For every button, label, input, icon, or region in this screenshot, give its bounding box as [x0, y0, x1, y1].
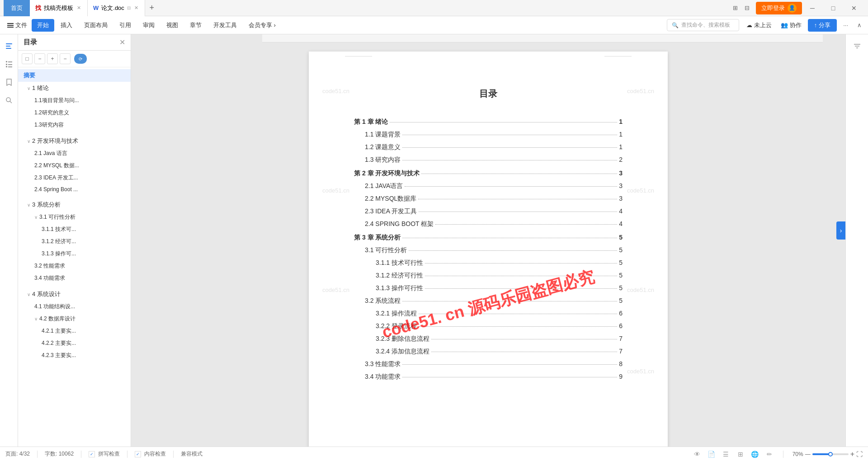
watermark-5: code51.cn [322, 287, 349, 293]
toc-item-1-2[interactable]: 1.2研究的意义 [18, 107, 131, 119]
outline-icon-btn[interactable] [1, 56, 17, 72]
toc-item-3-1-3[interactable]: 3.1.3 操作可... [18, 248, 131, 260]
view-web-btn[interactable]: 🌐 [749, 448, 761, 461]
menu-page-layout[interactable]: 页面布局 [79, 19, 113, 32]
right-filter-btn[interactable] [849, 38, 865, 54]
toc-item-3-1-1[interactable]: 3.1.1 技术可... [18, 223, 131, 235]
toc-item-ch3[interactable]: ∨ 3 系统分析 [18, 198, 131, 211]
toc-item-4-2-1[interactable]: 4.2.1 主要实... [18, 325, 131, 337]
coop-button[interactable]: 👥 协作 [778, 19, 804, 31]
toc-item-2-4[interactable]: 2.4 Spring Boot ... [18, 184, 131, 195]
menu-devtools[interactable]: 开发工具 [208, 19, 242, 32]
zoom-slider[interactable] [812, 453, 849, 455]
toc-entry-3-2: 3.2 系统流程 5 [354, 297, 623, 305]
doc-tab-restore[interactable]: ⊟ [127, 5, 131, 10]
compat-label: 兼容模式 [181, 450, 203, 458]
spell-check[interactable]: ✓ 拼写检查 [89, 450, 120, 458]
zoom-fullscreen-btn[interactable]: ⛶ [856, 451, 863, 458]
menu-chapter[interactable]: 章节 [184, 19, 207, 32]
bookmark-icon-btn[interactable] [1, 74, 17, 90]
toc-item-ch4[interactable]: ∨ 4 系统设计 [18, 288, 131, 301]
document-page[interactable]: code51.cn code51.cn code51.cn code51.cn … [309, 52, 668, 447]
toc-collapse-btn[interactable]: − [34, 53, 45, 64]
toc-close-button[interactable]: ✕ [119, 38, 125, 47]
page-top-mark-right [604, 56, 632, 56]
tab-template[interactable]: 找 找稿壳模板 ✕ [30, 0, 88, 16]
share-button[interactable]: ↑ 分享 [808, 19, 837, 32]
add-tab-button[interactable]: + [145, 0, 159, 16]
toc-item-4-2-2[interactable]: 4.2.2 主要实... [18, 337, 131, 349]
doc-tab-label: 论文.doc [101, 4, 124, 12]
template-tab-close[interactable]: ✕ [76, 4, 82, 12]
toc-entry-3-3: 3.3 性能需求 8 [354, 360, 623, 368]
view-list-btn[interactable]: ☰ [720, 448, 732, 461]
login-button[interactable]: 立即登录 👤 [756, 2, 802, 14]
search-icon-btn[interactable] [1, 92, 17, 108]
zoom-decrease-btn[interactable]: — [805, 451, 811, 457]
tab-home[interactable]: 首页 [4, 0, 30, 16]
collapse-button[interactable]: ∧ [854, 20, 864, 30]
close-button[interactable]: ✕ [844, 0, 864, 16]
doc-tab-close[interactable]: ✕ [133, 4, 139, 12]
more-button[interactable]: ··· [840, 20, 851, 30]
toc-icon-btn[interactable] [1, 38, 17, 54]
toc-item-label: 1.1项目背景与问... [34, 97, 79, 104]
menu-reference[interactable]: 引用 [114, 19, 137, 32]
toc-item-4-2[interactable]: ∨ 4.2 数据库设计 [18, 313, 131, 325]
layout-split-btn[interactable]: ⊞ [730, 3, 741, 14]
toc-item-4-2-3[interactable]: 4.2.3 主要实... [18, 349, 131, 362]
toc-add-btn[interactable]: + [47, 53, 58, 64]
toc-item-1-3[interactable]: 1.3研究内容 [18, 119, 131, 131]
zoom-slider-thumb[interactable] [828, 452, 833, 456]
toc-item-3-4[interactable]: 3.4 功能需求 [18, 272, 131, 284]
toc-item-abstract[interactable]: 摘要 [18, 69, 131, 82]
view-page-btn[interactable]: 📄 [705, 448, 718, 461]
toc-item-2-3[interactable]: 2.3 IDEA 开发工... [18, 172, 131, 184]
content-check[interactable]: ✓ 内容检查 [135, 450, 166, 458]
menu-start[interactable]: 开始 [32, 19, 54, 32]
page-label: 页面: 4/32 [5, 450, 30, 458]
view-eye-btn[interactable]: 👁 [691, 448, 703, 461]
toc-expand-btn[interactable]: □ [22, 53, 33, 64]
minimize-button[interactable]: ─ [802, 0, 823, 16]
toc-entry-2-4: 2.4 SPRING BOOT 框架 4 [354, 220, 623, 228]
view-split-btn[interactable]: ⊞ [734, 448, 747, 461]
svg-rect-4 [8, 61, 12, 62]
toc-item-3-2[interactable]: 3.2 性能需求 [18, 260, 131, 272]
status-separator-4 [173, 451, 174, 458]
toc-item-label: 3.1.3 操作可... [42, 250, 76, 258]
toc-item-label: 4.2 数据库设计 [39, 315, 75, 323]
search-box[interactable]: 🔍 查找命令、搜索模板 [667, 19, 739, 31]
toc-remove-btn[interactable]: − [60, 53, 71, 64]
menu-review[interactable]: 审阅 [137, 19, 160, 32]
action-buttons: ☁ 未上云 👥 协作 ↑ 分享 ··· ∧ [744, 19, 864, 32]
toc-item-2-2[interactable]: 2.2 MYSQL 数据... [18, 160, 131, 172]
toc-item-ch2[interactable]: ∨ 2 开发环境与技术 [18, 135, 131, 147]
zoom-increase-btn[interactable]: + [850, 450, 854, 458]
toc-item-2-1[interactable]: 2.1 Java 语言 [18, 147, 131, 160]
document-area[interactable]: code51.cn code51.cn code51.cn code51.cn … [131, 34, 845, 447]
tab-doc[interactable]: W 论文.doc ⊟ ✕ [88, 0, 145, 16]
toc-entry-2-1: 2.1 JAVA语言 3 [354, 182, 623, 190]
layout-grid-btn[interactable]: ⊟ [741, 3, 752, 14]
menu-insert[interactable]: 插入 [55, 19, 78, 32]
toc-item-3-1-2[interactable]: 3.1.2 经济可... [18, 235, 131, 248]
toc-item-ch1[interactable]: ∨ 1 绪论 [18, 82, 131, 94]
menu-member[interactable]: 会员专享 › [243, 19, 281, 32]
toc-refresh-btn[interactable]: ⟳ [74, 54, 87, 64]
right-panel-toggle[interactable]: › [836, 221, 845, 240]
cloud-button[interactable]: ☁ 未上云 [744, 19, 774, 31]
toc-item-1-1[interactable]: 1.1项目背景与问... [18, 94, 131, 107]
toc-entry-ch3: 第 3 章 系统分析 5 [354, 234, 623, 242]
view-edit-btn[interactable]: ✏ [763, 448, 776, 461]
file-menu-toggle[interactable]: 文件 [4, 19, 31, 31]
maximize-button[interactable]: □ [823, 0, 844, 16]
document-toc-title: 目录 [354, 88, 623, 100]
toc-item-4-1[interactable]: 4.1 功能结构设... [18, 301, 131, 313]
menu-view[interactable]: 视图 [161, 19, 184, 32]
doc-tab-icon: W [93, 5, 99, 11]
toc-item-3-1[interactable]: ∨ 3.1 可行性分析 [18, 211, 131, 223]
toc-item-label: 2.1 Java 语言 [34, 150, 67, 157]
login-label: 立即登录 [761, 4, 785, 12]
watermark-2: code51.cn [627, 88, 654, 94]
